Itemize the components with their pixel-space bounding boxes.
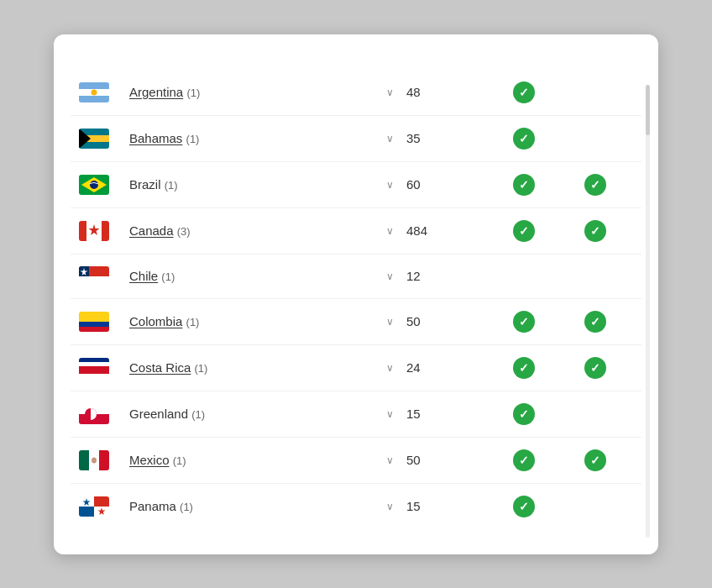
check-circle-icon: ✓ [513,128,535,150]
country-name: Canada (3) [129,223,373,238]
expand-chevron[interactable]: ∨ [386,362,394,374]
check-circle-icon: ✓ [513,496,535,517]
country-name: Bahamas (1) [129,131,373,145]
flag-colombia [79,312,109,332]
svg-rect-24 [79,362,109,366]
check-circle-icon: ✓ [584,311,606,333]
check-circle-icon: ✓ [513,220,535,242]
table-row: Chile (1) ∨ 12 [71,255,641,299]
expand-chevron[interactable]: ∨ [386,408,394,420]
svg-rect-13 [102,221,109,241]
p2p-check: ✓ [490,174,558,196]
check-circle-icon: ✓ [513,174,535,196]
svg-rect-2 [79,96,109,102]
table-row: Argentina (1) ∨ 48 ✓ [71,70,641,116]
country-name: Mexico (1) [129,453,373,467]
server-count: 50 [406,453,490,467]
main-card: Argentina (1) ∨ 48 ✓ Bahamas (1) ∨ 35 ✓ … [54,34,658,554]
p2p-check: ✓ [490,357,558,379]
table-header [71,60,641,70]
svg-rect-20 [79,322,109,327]
p2p-check: ✓ [490,311,558,333]
server-count: 50 [406,314,490,328]
table-row: Costa Rica (1) ∨ 24 ✓ ✓ [71,345,641,391]
scrollbar-thumb[interactable] [646,85,650,135]
expand-chevron[interactable]: ∨ [386,225,394,237]
server-count: 48 [406,85,490,99]
located-check: ✓ [558,449,633,471]
expand-chevron[interactable]: ∨ [386,454,394,466]
table-row: Greenland (1) ∨ 15 ✓ [71,391,641,438]
svg-point-34 [92,457,97,463]
p2p-check: ✓ [490,403,558,425]
country-link[interactable]: Bahamas [129,131,182,145]
located-check: ✓ [558,174,633,196]
svg-point-10 [90,181,98,189]
table-row: Panama (1) ∨ 15 ✓ [71,484,641,529]
p2p-check: ✓ [490,128,558,150]
svg-rect-26 [79,374,109,378]
country-link[interactable]: Colombia [129,314,182,328]
country-link[interactable]: Canada [129,223,174,238]
table-row: Canada (3) ∨ 484 ✓ ✓ [71,208,641,255]
table-row: Colombia (1) ∨ 50 ✓ ✓ [71,299,641,345]
flag-greenland [79,404,109,424]
country-name: Argentina (1) [129,85,373,99]
flag-mexico [79,450,109,470]
country-link[interactable]: Costa Rica [129,360,191,375]
svg-rect-33 [99,450,109,470]
country-link[interactable]: Chile [129,269,158,283]
check-circle-icon: ✓ [584,220,606,242]
check-circle-icon: ✓ [584,449,606,471]
table-row: Brazil (1) ∨ 60 ✓ ✓ [71,162,641,208]
country-name: Brazil (1) [129,177,373,192]
located-check: ✓ [558,357,633,379]
expand-chevron[interactable]: ∨ [386,316,394,328]
expand-chevron[interactable]: ∨ [386,270,394,282]
check-circle-icon: ✓ [584,174,606,196]
svg-rect-36 [94,496,109,507]
country-name: Chile (1) [129,269,373,283]
svg-rect-37 [79,507,94,517]
server-count: 60 [406,177,490,192]
svg-rect-23 [79,358,109,362]
expand-chevron[interactable]: ∨ [386,179,394,191]
check-circle-icon: ✓ [513,81,535,103]
table-row: Mexico (1) ∨ 50 ✓ ✓ [71,438,641,484]
server-count: 484 [406,223,490,238]
country-name: Colombia (1) [129,314,373,328]
flag-argentina [79,82,109,102]
svg-rect-31 [79,450,89,470]
expand-chevron[interactable]: ∨ [386,501,394,512]
scrollbar-track[interactable] [646,85,650,538]
server-count: 35 [406,131,490,145]
table-body: Argentina (1) ∨ 48 ✓ Bahamas (1) ∨ 35 ✓ … [71,70,641,529]
check-circle-icon: ✓ [513,357,535,379]
svg-rect-16 [79,276,109,286]
country-name: Costa Rica (1) [129,360,373,375]
server-count: 15 [406,499,490,513]
check-circle-icon: ✓ [513,449,535,471]
flag-brazil [79,175,109,195]
flag-chile [79,266,109,286]
check-circle-icon: ✓ [513,311,535,333]
flag-canada [79,221,109,241]
country-name: Greenland (1) [129,407,373,421]
country-name: Panama (1) [129,499,373,513]
expand-chevron[interactable]: ∨ [386,87,394,98]
expand-chevron[interactable]: ∨ [386,133,394,144]
server-count: 12 [406,269,490,283]
check-circle-icon: ✓ [584,357,606,379]
located-check: ✓ [558,311,633,333]
country-link[interactable]: Argentina [129,85,183,99]
svg-rect-21 [79,327,109,332]
country-link[interactable]: Mexico [129,453,170,467]
flag-costa-rica [79,358,109,378]
p2p-check: ✓ [490,81,558,103]
flag-panama [79,496,109,517]
p2p-check: ✓ [490,449,558,471]
located-check: ✓ [558,220,633,242]
server-count: 15 [406,407,490,421]
svg-rect-27 [79,370,109,374]
svg-rect-0 [79,82,109,89]
